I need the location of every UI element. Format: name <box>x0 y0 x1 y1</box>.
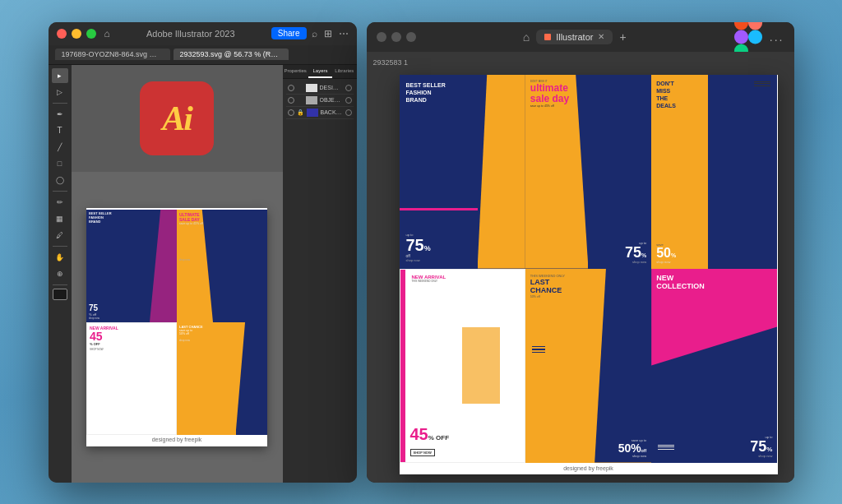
illustrator-titlebar: ⌂ Adobe Illustrator 2023 Share ⌕ ⊞ ⋯ <box>49 22 357 45</box>
figma-active-tab[interactable]: Illustrator ✕ <box>536 30 613 44</box>
layers-tab[interactable]: Layers <box>308 65 332 78</box>
figma-more-button[interactable]: ... <box>770 30 784 44</box>
layer-objects[interactable]: OBJECTS <box>286 95 354 107</box>
maximize-button[interactable] <box>86 29 96 39</box>
figma-traffic-lights <box>377 32 416 42</box>
layer-lock-1[interactable] <box>297 85 303 91</box>
ai-main-area: ▸ ▷ ✒ T ╱ □ ◯ ✏ ▦ 🖊 ✋ ⊕ <box>49 65 357 483</box>
figma-banner-3: don'tmissthedeals save 50% shop now <box>651 75 777 269</box>
direct-select-tool[interactable]: ▷ <box>52 85 68 99</box>
figma-maximize[interactable] <box>406 32 416 42</box>
select-tool[interactable]: ▸ <box>52 68 68 83</box>
figma-home-icon[interactable]: ⌂ <box>523 30 530 44</box>
shape-tool[interactable]: ◯ <box>52 173 68 187</box>
layers-panel: DESIGNED BY... OBJECTS 🔒 <box>283 79 357 483</box>
figma-tab-close[interactable]: ✕ <box>598 32 604 41</box>
canvas-document: best sellerfashionbrand 75 % off shop no… <box>86 208 267 446</box>
rect-tool[interactable]: □ <box>52 156 68 171</box>
b1-shop: shop now <box>406 258 431 262</box>
hand-tool[interactable]: ✋ <box>52 250 68 265</box>
b3-percent: 50% <box>656 247 676 260</box>
ellipsis-icon[interactable]: ⋯ <box>339 28 349 39</box>
small-banner-4: last chance save up to50% off shop now <box>177 322 267 435</box>
b3-dont: don'tmissthedeals <box>656 80 772 109</box>
titlebar-center: Adobe Illustrator 2023 <box>115 29 266 39</box>
small-banner-3: new arrival 45 % OFF SHOP NOW <box>86 322 177 435</box>
b6-content: newcollection <box>656 274 772 292</box>
ai-canvas[interactable]: Ai best sellerfashionbrand <box>72 65 283 483</box>
search-icon[interactable]: ⌕ <box>312 28 317 39</box>
ai-toolbar: ▸ ▷ ✒ T ╱ □ ◯ ✏ ▦ 🖊 ✋ ⊕ <box>49 65 72 483</box>
line-tool[interactable]: ╱ <box>52 140 68 155</box>
traffic-lights <box>57 29 96 39</box>
sb3-off: % OFF <box>90 342 173 346</box>
gradient-tool[interactable]: ▦ <box>52 211 68 226</box>
figma-window: ⌂ Illustrator ✕ + ... <box>367 22 794 483</box>
layer-eye-2[interactable] <box>288 97 294 104</box>
b4-this-weekend: this weekend only <box>412 280 520 283</box>
figma-canvas[interactable]: 2932583 1 best sellerfashionbrand <box>367 52 794 483</box>
figma-design-card: best sellerfashionbrand up to 75% off sh… <box>400 75 778 474</box>
ai-canvas-content[interactable]: best sellerfashionbrand 75 % off shop no… <box>72 172 283 483</box>
b5-bottom: save up to 50%off shop now <box>618 438 646 458</box>
layer-eye-3[interactable] <box>288 109 294 116</box>
pen-tool[interactable]: ✒ <box>52 107 68 122</box>
text-tool[interactable]: T <box>52 123 68 138</box>
layer-designed-by[interactable]: DESIGNED BY... <box>286 82 354 95</box>
libraries-tab[interactable]: Libraries <box>332 65 356 78</box>
freepik-credit-figma: designed by freepik <box>400 463 778 474</box>
tab-2[interactable]: 2932593.svg @ 56.73 % (RGB/Preview) <box>173 49 289 60</box>
tab-1[interactable]: 197689-OYOZN8-864.svg @ 36.47 % (RGB... <box>55 49 170 60</box>
tool-separator-4 <box>53 284 67 285</box>
layer-name-2: OBJECTS <box>320 97 343 103</box>
b2-percent: 75% <box>625 245 646 260</box>
b2-title: ultimatesale day <box>530 83 646 104</box>
sb3-shop: SHOP NOW <box>90 348 173 351</box>
sb3-number: 45 <box>90 331 173 342</box>
layer-eye-1[interactable] <box>288 85 294 91</box>
figma-close[interactable] <box>377 32 386 42</box>
figma-tab-icon <box>544 34 551 40</box>
svg-point-4 <box>748 30 762 44</box>
layer-lock-2[interactable] <box>297 97 303 104</box>
b3-shop: shop now <box>656 260 676 264</box>
layer-background[interactable]: 🔒 BACKGROUND <box>286 107 354 119</box>
figma-minimize[interactable] <box>391 32 401 42</box>
layer-thumb-3 <box>307 109 318 117</box>
grid-icon[interactable]: ⊞ <box>324 28 332 39</box>
sb4-content: last chance save up to50% off shop now <box>179 325 265 342</box>
b4-shop: SHOP NOW <box>410 449 435 456</box>
minimize-button[interactable] <box>72 29 81 39</box>
home-icon[interactable]: ⌂ <box>104 28 110 39</box>
sb2-title: ultimatesale day <box>179 212 265 222</box>
tool-separator-3 <box>53 246 67 247</box>
window-title: Adobe Illustrator 2023 <box>146 29 235 39</box>
layer-lock-icon-3: 🔒 <box>297 109 304 116</box>
zoom-tool[interactable]: ⊕ <box>52 266 68 281</box>
b5-text: this weekend only lastchance 50% off <box>530 274 646 299</box>
small-banner-2: ultimatesale day save up to 45% off shop… <box>177 210 267 322</box>
fill-stroke[interactable] <box>53 289 67 300</box>
small-design-grid: best sellerfashionbrand 75 % off shop no… <box>86 210 267 435</box>
freepik-credit-ai: designed by freepik <box>152 435 202 444</box>
b1-yellow-shape <box>478 75 525 269</box>
figma-banner-4: new arrival this weekend only 45% OFF SH… <box>400 269 525 463</box>
eyedropper-tool[interactable]: 🖊 <box>52 228 68 243</box>
svg-rect-1 <box>748 22 762 30</box>
b5-lines <box>532 346 545 354</box>
sb4-shop: shop now <box>179 339 265 342</box>
titlebar-icons: ⌕ ⊞ ⋯ <box>312 28 349 39</box>
paint-tool[interactable]: ✏ <box>52 195 68 210</box>
figma-add-tab[interactable]: + <box>619 30 626 44</box>
ai-logo: Ai <box>140 81 214 155</box>
share-button[interactable]: Share <box>271 27 307 39</box>
b6-lines <box>658 445 674 450</box>
svg-rect-0 <box>734 22 748 30</box>
small-banner-1: best sellerfashionbrand 75 % off shop no… <box>86 210 177 322</box>
properties-tab[interactable]: Properties <box>283 65 308 78</box>
b3-text: don'tmissthedeals <box>656 80 772 109</box>
b6-bottom: up to 75% shop now <box>750 435 772 458</box>
b5-last: lastchance <box>530 278 646 296</box>
close-button[interactable] <box>57 29 67 39</box>
svg-rect-2 <box>734 30 748 44</box>
